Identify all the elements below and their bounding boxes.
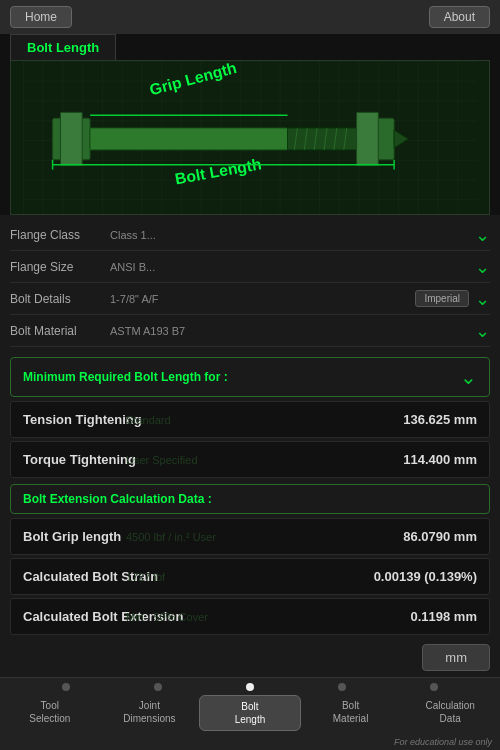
torque-bg-text: User Specified — [126, 454, 198, 466]
tension-tightening-row: Standard Tension Tightening 136.625 mm — [10, 401, 490, 438]
nav-item-text-3: BoltLength — [202, 700, 298, 726]
flange-class-value: Class 1... — [110, 229, 469, 241]
bolt-material-label: Bolt Material — [10, 324, 110, 338]
bolt-details-row: Bolt Details 1-7/8" A/F Imperial ⌄ — [10, 283, 490, 315]
grip-bg-text: 4500 lbf / in.² User — [126, 531, 216, 543]
nav-dot-1 — [62, 683, 70, 691]
bolt-length-tab: Bolt Length — [10, 34, 116, 60]
imperial-button[interactable]: Imperial — [415, 290, 469, 307]
bolt-extension-label: Bolt Extension Calculation Data : — [23, 492, 212, 506]
nav-dot-3 — [246, 683, 254, 691]
svg-rect-2 — [60, 112, 82, 165]
tension-tightening-label: Tension Tightening — [23, 412, 142, 427]
bolt-strain-value: 0.00139 (0.139%) — [374, 569, 477, 584]
torque-tightening-row: User Specified Torque Tightening 114.400… — [10, 441, 490, 478]
min-required-label: Minimum Required Bolt Length for : — [23, 370, 228, 384]
torque-tightening-label: Torque Tightening — [23, 452, 136, 467]
home-button[interactable]: Home — [10, 6, 72, 28]
flange-size-arrow[interactable]: ⌄ — [475, 256, 490, 278]
nav-item-3[interactable]: BoltLength — [199, 695, 301, 731]
bolt-material-row: Bolt Material ASTM A193 B7 ⌄ — [10, 315, 490, 347]
nav-item-4[interactable]: BoltMaterial — [301, 695, 401, 731]
nav-dot-5 — [430, 683, 438, 691]
nav-item-text-5: CalculationData — [402, 699, 498, 725]
nav-item-5[interactable]: CalculationData — [400, 695, 500, 731]
about-button[interactable]: About — [429, 6, 490, 28]
bolt-extension-header: Bolt Extension Calculation Data : — [10, 484, 490, 514]
mm-button-area: mm — [0, 638, 500, 677]
bolt-material-value: ASTM A193 B7 — [110, 325, 469, 337]
tension-tightening-value: 136.625 mm — [403, 412, 477, 427]
bolt-details-value: 1-7/8" A/F — [110, 293, 409, 305]
bolt-grip-length-label: Bolt Grip length — [23, 529, 121, 544]
nav-dots — [0, 678, 500, 693]
nav-item-1[interactable]: ToolSelection — [0, 695, 100, 731]
min-required-header: Minimum Required Bolt Length for : ⌄ — [10, 357, 490, 397]
form-section: Flange Class Class 1... ⌄ Flange Size AN… — [0, 215, 500, 351]
bolt-extension-row: Min - 50% Cover Calculated Bolt Extensio… — [10, 598, 490, 635]
flange-size-label: Flange Size — [10, 260, 110, 274]
bolt-extension-label: Calculated Bolt Extension — [23, 609, 183, 624]
min-required-arrow[interactable]: ⌄ — [460, 365, 477, 389]
flange-class-row: Flange Class Class 1... ⌄ — [10, 219, 490, 251]
bolt-strain-label: Calculated Bolt Strain — [23, 569, 158, 584]
bolt-strain-row: 1727 lbf Calculated Bolt Strain 0.00139 … — [10, 558, 490, 595]
header-section: Bolt Length SPX ADVISER — [0, 34, 500, 215]
top-bar: Home About — [0, 0, 500, 34]
nav-item-text-4: BoltMaterial — [303, 699, 399, 725]
bolt-grip-length-value: 86.0790 mm — [403, 529, 477, 544]
bolt-details-arrow[interactable]: ⌄ — [475, 288, 490, 310]
bolt-image-area: Grip Length Bolt Length — [10, 60, 490, 215]
nav-item-2[interactable]: JointDimensions — [100, 695, 200, 731]
educational-note: For educational use only — [0, 735, 500, 750]
nav-items: ToolSelectionJointDimensionsBoltLengthBo… — [0, 693, 500, 735]
bolt-material-arrow[interactable]: ⌄ — [475, 320, 490, 342]
bottom-nav: ToolSelectionJointDimensionsBoltLengthBo… — [0, 677, 500, 750]
bolt-grip-length-row: 4500 lbf / in.² User Bolt Grip length 86… — [10, 518, 490, 555]
flange-class-label: Flange Class — [10, 228, 110, 242]
nav-dot-2 — [154, 683, 162, 691]
nav-item-text-2: JointDimensions — [102, 699, 198, 725]
flange-class-arrow[interactable]: ⌄ — [475, 224, 490, 246]
svg-rect-4 — [90, 128, 287, 150]
bolt-details-label: Bolt Details — [10, 292, 110, 306]
torque-tightening-value: 114.400 mm — [403, 452, 477, 467]
bolt-extension-value: 0.1198 mm — [411, 609, 478, 624]
nav-item-text-1: ToolSelection — [2, 699, 98, 725]
svg-rect-13 — [357, 112, 379, 165]
flange-size-value: ANSI B... — [110, 261, 469, 273]
mm-button[interactable]: mm — [422, 644, 490, 671]
nav-dot-4 — [338, 683, 346, 691]
flange-size-row: Flange Size ANSI B... ⌄ — [10, 251, 490, 283]
